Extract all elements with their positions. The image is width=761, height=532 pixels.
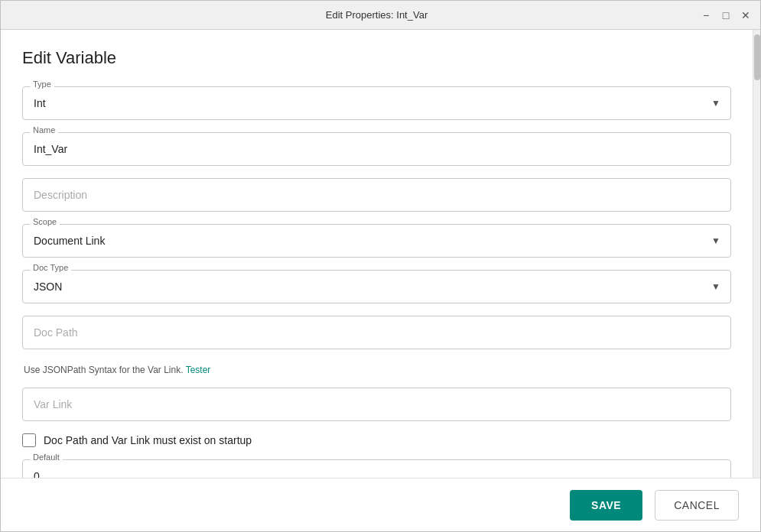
scope-field-group: Scope Document Link Global Local ▼	[22, 224, 731, 258]
scope-select[interactable]: Document Link Global Local	[22, 224, 731, 258]
title-bar: Edit Properties: Int_Var − □ ✕	[1, 1, 760, 30]
close-button[interactable]: ✕	[739, 8, 753, 22]
checkbox-label: Doc Path and Var Link must exist on star…	[44, 434, 252, 446]
name-field-group: Name	[22, 132, 731, 166]
doc-type-field-group: Doc Type JSON XML CSV ▼	[22, 270, 731, 303]
var-link-field-group	[22, 388, 731, 421]
cancel-button[interactable]: CANCEL	[655, 490, 739, 521]
scope-label: Scope	[30, 217, 60, 226]
form-area: Edit Variable Type Int String Boolean Fl…	[1, 30, 753, 478]
doc-type-label: Doc Type	[30, 263, 71, 272]
scrollbar-thumb[interactable]	[754, 34, 760, 80]
default-field-group: Default	[22, 459, 731, 478]
type-select[interactable]: Int String Boolean Float Double	[22, 86, 731, 120]
description-field-group	[22, 178, 731, 212]
name-input[interactable]	[22, 132, 731, 166]
footer: SAVE CANCEL	[1, 478, 760, 531]
doc-path-input[interactable]	[22, 316, 731, 349]
window-controls: − □ ✕	[699, 8, 753, 22]
default-input[interactable]	[22, 459, 731, 478]
doc-type-select[interactable]: JSON XML CSV	[22, 270, 731, 303]
scrollbar[interactable]	[753, 30, 760, 478]
doc-path-field-group	[22, 316, 731, 349]
name-label: Name	[30, 125, 58, 135]
tester-link[interactable]: Tester	[186, 365, 211, 375]
type-label: Type	[30, 79, 54, 89]
maximize-button[interactable]: □	[719, 8, 733, 22]
startup-checkbox[interactable]	[22, 433, 36, 447]
main-window: Edit Properties: Int_Var − □ ✕ Edit Vari…	[0, 0, 761, 532]
type-field-group: Type Int String Boolean Float Double ▼	[22, 86, 731, 120]
checkbox-row: Doc Path and Var Link must exist on star…	[22, 433, 731, 447]
content-area: Edit Variable Type Int String Boolean Fl…	[1, 30, 760, 478]
var-link-input[interactable]	[22, 388, 731, 421]
default-label: Default	[30, 453, 63, 462]
minimize-button[interactable]: −	[699, 8, 713, 22]
hint-text: Use JSONPath Syntax for the Var Link. Te…	[22, 365, 731, 375]
save-button[interactable]: SAVE	[570, 490, 642, 521]
hint-main-text: Use JSONPath Syntax for the Var Link.	[24, 365, 184, 375]
page-title: Edit Variable	[22, 48, 731, 68]
window-title: Edit Properties: Int_Var	[54, 9, 699, 21]
description-input[interactable]	[22, 178, 731, 212]
